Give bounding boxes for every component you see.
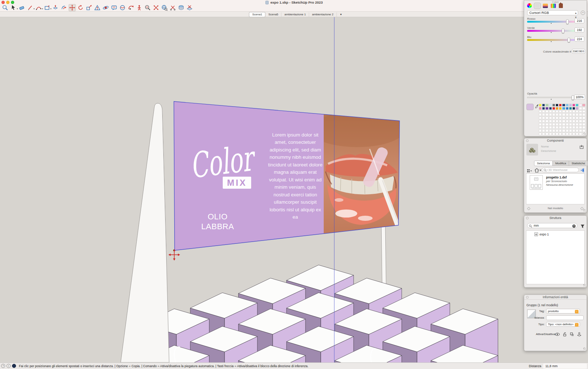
swatch-cell[interactable]: [552, 120, 555, 123]
swatch-cell[interactable]: [549, 132, 552, 135]
swatch-cell[interactable]: [545, 126, 548, 129]
swatch-cell[interactable]: [559, 113, 562, 116]
swatch-cell[interactable]: [566, 129, 569, 132]
tool-look-around[interactable]: [136, 4, 143, 11]
swatch-cell[interactable]: [569, 116, 572, 119]
swatch-cell[interactable]: [569, 113, 572, 116]
outliner-filter-input[interactable]: mm ×: [527, 223, 577, 228]
swatch-cell[interactable]: [542, 123, 545, 126]
eye-icon[interactable]: [555, 332, 560, 337]
swatch-cell[interactable]: [549, 123, 552, 126]
swatch-cell[interactable]: [562, 120, 565, 123]
tool-line[interactable]: ▾: [27, 4, 34, 11]
swatch-cell[interactable]: [572, 120, 575, 123]
viewport-3d[interactable]: Color MIX Lorem ipsum dolor sit amet, co…: [0, 17, 588, 362]
swatch-cell[interactable]: [569, 132, 572, 135]
scene-tab-scena1[interactable]: Scena1: [249, 12, 265, 17]
color-image-mode-icon[interactable]: [543, 4, 548, 8]
tool-zoom-window[interactable]: [152, 4, 160, 11]
swatch-cell[interactable]: [576, 113, 579, 116]
swatch-cell[interactable]: [562, 110, 565, 113]
swatch-cell[interactable]: [559, 123, 562, 126]
swatch-cell[interactable]: [556, 132, 558, 135]
swatch-cell[interactable]: [572, 107, 575, 110]
collapse-panel-button[interactable]: [526, 217, 529, 219]
swatch-cell[interactable]: [545, 104, 548, 107]
scene-tab-ambientazione-2[interactable]: ambientazione 2: [309, 12, 337, 17]
swatch-cell[interactable]: [545, 132, 548, 135]
slider-track-rosso[interactable]: [527, 21, 575, 23]
swatch-cell[interactable]: [556, 123, 558, 126]
swatch-cell[interactable]: [569, 123, 572, 126]
swatch-cell[interactable]: [539, 120, 542, 123]
swatch-cell[interactable]: [582, 113, 585, 116]
swatch-cell[interactable]: [545, 113, 548, 116]
swatch-cell[interactable]: [562, 123, 565, 126]
swatch-cell[interactable]: [562, 107, 565, 110]
swatch-cell[interactable]: [559, 129, 562, 132]
swatch-cell[interactable]: [562, 116, 565, 119]
slider-value[interactable]: 216: [575, 18, 584, 23]
swatch-cell[interactable]: [576, 132, 579, 135]
swatch-cell[interactable]: [569, 129, 572, 132]
slider-thumb[interactable]: [566, 19, 569, 24]
tool-search[interactable]: [1, 4, 9, 11]
tool-pan[interactable]: [110, 4, 118, 11]
swatch-cell[interactable]: [566, 120, 569, 123]
swatch-cell[interactable]: [582, 107, 585, 110]
components-tab-statistiche[interactable]: Statistiche: [569, 161, 588, 166]
swatch-cell[interactable]: [556, 104, 558, 107]
swatch-cell[interactable]: [545, 129, 548, 132]
swatch-cell[interactable]: [562, 126, 565, 129]
swatch-cell[interactable]: [559, 120, 562, 123]
swatch-cell[interactable]: [549, 126, 552, 129]
swatch-cell[interactable]: [559, 104, 562, 107]
swatch-cell[interactable]: [562, 129, 565, 132]
in-model-icon[interactable]: [580, 144, 584, 150]
swatch-cell[interactable]: [559, 132, 562, 135]
dropdown-caret-icon[interactable]: ▾: [34, 7, 35, 10]
slider-value[interactable]: 192: [575, 27, 584, 32]
swatch-cell[interactable]: [556, 120, 558, 123]
remove-preset-button[interactable]: −: [581, 11, 585, 15]
tool-pushpull[interactable]: [52, 4, 59, 11]
swatch-cell[interactable]: [562, 104, 565, 107]
swatch-cell[interactable]: [579, 104, 582, 107]
swatch-cell[interactable]: [562, 132, 565, 135]
swatch-cell[interactable]: [542, 120, 545, 123]
outliner-item-expo-1[interactable]: expo 1: [534, 232, 549, 236]
info-icon[interactable]: i: [7, 364, 11, 368]
help-icon[interactable]: ?: [1, 364, 5, 368]
tool-zoom[interactable]: [144, 4, 151, 11]
swatch-cell[interactable]: [579, 120, 582, 123]
swatch-cell[interactable]: [539, 132, 542, 135]
tool-offset[interactable]: [60, 4, 67, 11]
swatch-cell[interactable]: [549, 120, 552, 123]
tool-axes[interactable]: [94, 4, 101, 11]
swatch-cell[interactable]: [549, 129, 552, 132]
swatch-cell[interactable]: [542, 113, 545, 116]
slider-track-blu[interactable]: [527, 39, 575, 41]
swatch-cell[interactable]: [556, 116, 558, 119]
swatch-cell[interactable]: [549, 107, 552, 110]
tool-move[interactable]: [69, 4, 76, 11]
swatch-cell[interactable]: [582, 129, 585, 132]
swatch-cell[interactable]: [549, 113, 552, 116]
swatch-cell[interactable]: [566, 113, 569, 116]
swatch-cell[interactable]: [572, 129, 575, 132]
tool-scale[interactable]: [85, 4, 93, 11]
clear-filter-icon[interactable]: ×: [572, 224, 576, 228]
swatch-cell[interactable]: [579, 129, 582, 132]
swatch-cell[interactable]: [542, 126, 545, 129]
lock-icon[interactable]: [562, 332, 567, 337]
swatch-cell[interactable]: [582, 104, 585, 107]
swatch-cell[interactable]: [579, 110, 582, 113]
swatch-cell[interactable]: [539, 104, 542, 107]
tool-section-plane[interactable]: [169, 4, 176, 11]
swatch-cell[interactable]: [579, 132, 582, 135]
swatch-cell[interactable]: [542, 129, 545, 132]
swatch-cell[interactable]: [539, 107, 542, 110]
tool-select[interactable]: ▾: [10, 4, 17, 11]
type-badge-icon[interactable]: ◦: [575, 323, 579, 327]
swatch-cell[interactable]: [569, 104, 572, 107]
